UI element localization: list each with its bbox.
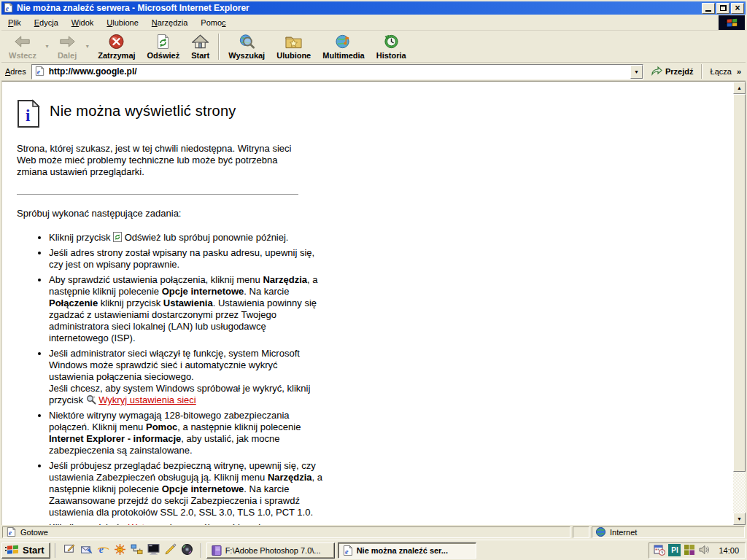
back-arrow-icon — [14, 34, 31, 50]
menu-item-ulubione[interactable]: Ulubione — [100, 15, 144, 30]
status-text: Gotowe — [20, 528, 48, 537]
security-zone-pane: Internet — [592, 526, 745, 538]
cd-icon — [181, 543, 193, 556]
text: Jeśli administrator sieci włączył tę fun… — [49, 348, 300, 382]
links-toolbar[interactable]: Łącza » — [706, 67, 743, 76]
taskbar-window-button-2[interactable]: eNie można znaleźć ser... — [338, 542, 476, 559]
start-button[interactable]: Start — [1, 542, 50, 559]
vertical-scrollbar[interactable]: ▲ ▼ — [733, 82, 746, 525]
text: . Na karcie — [244, 286, 289, 297]
menu-item-widok[interactable]: Widok — [65, 15, 101, 30]
detect-settings-icon — [86, 394, 96, 405]
quick-launch-internet-explorer-icon[interactable]: e — [97, 543, 109, 557]
windows-flag-icon — [725, 17, 738, 29]
refresh-button-label: Odśwież — [147, 51, 180, 60]
address-bar-row: Adres e http://www.google.pl/ ▼ Przejdź … — [1, 63, 746, 81]
search-group: Wyszukaj — [222, 32, 271, 61]
quick-launch-brush-icon[interactable] — [164, 543, 177, 557]
forward-dropdown[interactable]: ▾ — [82, 32, 92, 61]
taskbar-divider — [55, 543, 56, 558]
suggestion-item: Niektóre witryny wymagają 128-bitowego z… — [49, 410, 323, 456]
search-button[interactable]: Wyszukaj — [222, 32, 271, 61]
tray-display-settings-icon[interactable] — [684, 544, 695, 557]
bold-text: Opcje internetowe — [162, 483, 244, 494]
brush-icon — [164, 543, 177, 556]
go-button[interactable]: Przejdź — [647, 66, 697, 77]
quick-launch-cd-icon[interactable] — [181, 543, 193, 557]
scroll-up-button[interactable]: ▲ — [733, 82, 746, 94]
restore-icon — [720, 5, 727, 11]
history-button-label: Historia — [376, 51, 406, 60]
back-dropdown[interactable]: ▾ — [42, 32, 52, 61]
home-button-label: Start — [191, 51, 209, 60]
browser-window: e Nie można znaleźć serwera - Microsoft … — [0, 0, 747, 540]
text: kliknij przycisk — [98, 298, 163, 308]
outlook-express-icon — [80, 543, 93, 556]
taskbar-window-button-1[interactable]: F:\Adobe Photoshop 7.0\... — [206, 542, 335, 559]
text: , a następnie kliknij polecenie — [177, 421, 301, 432]
menu-item-narzedzia[interactable]: Narzędzia — [145, 15, 195, 30]
globe-icon — [595, 526, 606, 537]
menu-item-edycja[interactable]: Edycja — [28, 15, 65, 30]
bold-text: Połączenie — [49, 298, 98, 308]
history-button[interactable]: Historia — [371, 32, 412, 61]
taskbar: Start e F:\Adobe Photoshop 7.0\...eNie m… — [0, 540, 747, 560]
internet-explorer-icon: e — [97, 543, 109, 556]
forward-group: Dalej▾ — [52, 32, 92, 61]
address-input[interactable]: e http://www.google.pl/ ▼ — [31, 64, 643, 79]
ie-doc-icon: e — [342, 545, 354, 556]
history-group: Historia — [371, 32, 412, 61]
favorites-button[interactable]: Ulubione — [271, 32, 317, 61]
ie-document-icon: e — [3, 2, 14, 15]
tray-volume-icon[interactable] — [698, 544, 710, 557]
quick-launch-command-prompt-icon[interactable] — [147, 543, 160, 557]
close-button[interactable]: × — [731, 3, 744, 14]
address-separator — [701, 64, 703, 79]
text: Odśwież lub spróbuj ponownie później. — [122, 232, 288, 243]
menu-item-plik[interactable]: Plik — [1, 15, 28, 30]
scrollbar-thumb[interactable] — [733, 94, 746, 472]
scrollbar-track[interactable] — [733, 94, 746, 513]
tray-calendar-clock-icon[interactable] — [654, 544, 665, 557]
scroll-down-button[interactable]: ▼ — [733, 513, 746, 525]
svg-text:e: e — [6, 4, 9, 12]
forward-button[interactable]: Dalej — [52, 32, 82, 61]
quick-launch-show-desktop-icon[interactable] — [63, 543, 76, 557]
zone-text: Internet — [610, 528, 637, 537]
ie-doc-icon: e — [3, 2, 14, 13]
restore-button[interactable] — [716, 3, 729, 14]
address-dropdown-button[interactable]: ▼ — [630, 65, 643, 79]
start-button-label: Start — [23, 545, 44, 556]
history-icon — [383, 34, 400, 50]
language-indicator[interactable]: Pl — [668, 544, 681, 556]
status-pane: e Gotowe — [2, 526, 570, 538]
globe-icon — [595, 526, 606, 538]
minimize-button[interactable] — [702, 3, 715, 14]
show-desktop-icon — [63, 543, 76, 556]
windows-flag-icon — [5, 543, 20, 555]
svg-text:e: e — [345, 547, 349, 555]
quick-launch-sun-icon[interactable] — [114, 543, 126, 557]
quick-launch-network-icon[interactable] — [131, 543, 143, 557]
media-icon — [335, 34, 352, 50]
stop-button[interactable]: Zatrzymaj — [92, 32, 141, 61]
ie-doc-icon: e — [6, 526, 17, 537]
bold-text: Ustawienia — [163, 298, 213, 308]
go-arrow-icon — [651, 66, 662, 77]
menu-items: PlikEdycjaWidokUlubioneNarzędziaPomoc — [1, 15, 233, 30]
tasks-heading: Spróbuj wykonać następujące zadania: — [17, 208, 323, 219]
detect-settings-link[interactable]: Wykryj ustawienia sieci — [98, 394, 196, 405]
refresh-button[interactable]: Odśwież — [142, 32, 186, 61]
menu-item-pomoc[interactable]: Pomoc — [194, 15, 232, 30]
home-button[interactable]: Start — [185, 32, 215, 61]
taskbar-clock: 14:00 — [719, 546, 739, 555]
address-label: Adres — [4, 67, 28, 76]
back-button[interactable]: Wstecz — [3, 32, 42, 61]
bold-text: Internet Explorer - informacje — [49, 433, 181, 444]
svg-text:e: e — [9, 529, 12, 536]
back-button-label: Wstecz — [9, 51, 36, 60]
media-button[interactable]: Multimedia — [317, 32, 370, 61]
favorites-button-label: Ulubione — [276, 51, 311, 60]
suggestion-item: Aby sprawdzić ustawienia połączenia, kli… — [49, 274, 323, 344]
quick-launch-outlook-express-icon[interactable] — [80, 543, 93, 557]
